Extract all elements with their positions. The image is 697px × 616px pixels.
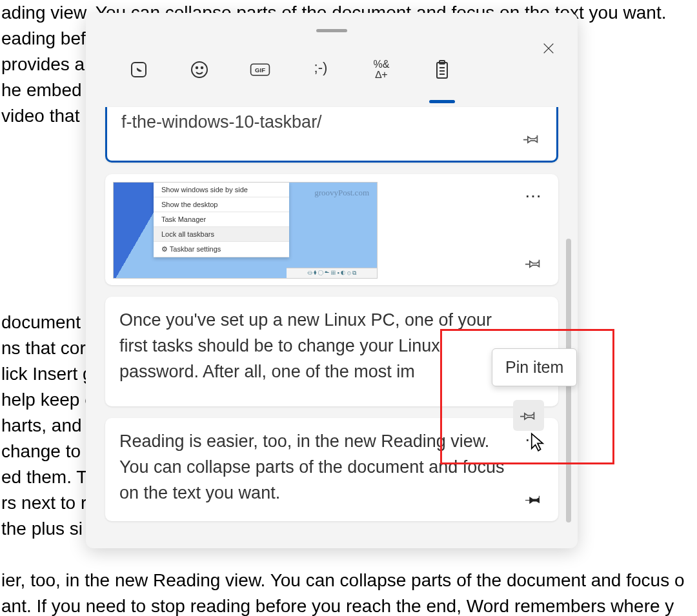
close-button[interactable]: [539, 39, 558, 58]
tab-bar: GIF ;-) %& ∆+: [86, 32, 578, 99]
gif-icon: GIF: [250, 59, 270, 80]
tab-kaomoji[interactable]: ;-): [307, 59, 335, 99]
svg-point-2: [196, 67, 197, 68]
clip-text: Once you've set up a new Linux PC, one o…: [119, 307, 510, 384]
pin-button[interactable]: [523, 253, 544, 273]
more-button[interactable]: ⋯: [523, 186, 544, 206]
svg-point-1: [192, 62, 207, 77]
close-icon: [541, 41, 556, 55]
clip-text: f-the-windows-10-taskbar/: [121, 111, 508, 133]
clip-thumbnail: Show windows side by side Show the deskt…: [113, 182, 378, 279]
tab-emoji[interactable]: [185, 59, 214, 99]
clipboard-icon: [432, 59, 452, 80]
tab-stickers[interactable]: [125, 59, 153, 99]
svg-point-3: [201, 67, 203, 68]
clip-item-image[interactable]: Show windows side by side Show the deskt…: [105, 174, 558, 285]
symbols-icon: %& ∆+: [374, 59, 390, 80]
tab-symbols[interactable]: %& ∆+: [367, 59, 396, 99]
clip-item-linux[interactable]: Once you've set up a new Linux PC, one o…: [105, 297, 558, 406]
thumbnail-context-menu: Show windows side by side Show the deskt…: [154, 183, 289, 257]
pin-icon: [520, 407, 537, 424]
emoji-icon: [189, 59, 210, 80]
mouse-cursor: [529, 432, 546, 454]
pin-button-hover[interactable]: [513, 400, 544, 431]
pin-icon: [525, 255, 542, 272]
clip-text: Reading is easier, too, in the new Readi…: [119, 428, 510, 506]
pin-tooltip: Pin item: [492, 348, 577, 386]
clipboard-panel: GIF ;-) %& ∆+ f-the-windows-10-taskbar/ …: [86, 13, 578, 548]
tab-gif[interactable]: GIF: [246, 59, 274, 99]
kaomoji-icon: ;-): [314, 59, 328, 76]
thumbnail-watermark: groovyPost.com: [314, 188, 369, 198]
clipboard-list: f-the-windows-10-taskbar/ Show windows s…: [86, 99, 578, 548]
pin-icon: [523, 130, 540, 147]
pin-button[interactable]: [523, 489, 544, 510]
clip-item-url[interactable]: f-the-windows-10-taskbar/: [105, 107, 558, 163]
pin-filled-icon: [525, 491, 542, 508]
svg-text:GIF: GIF: [255, 66, 265, 74]
clip-item-reading[interactable]: Reading is easier, too, in the new Readi…: [105, 418, 558, 521]
tab-clipboard[interactable]: [428, 59, 456, 99]
pin-button[interactable]: [521, 128, 542, 149]
thumbnail-tray: ⦵ ⧫ ◯ ☁ ▦ ▪ ◐ ⊙ ⧉: [287, 268, 377, 278]
sticker-icon: [128, 59, 149, 80]
